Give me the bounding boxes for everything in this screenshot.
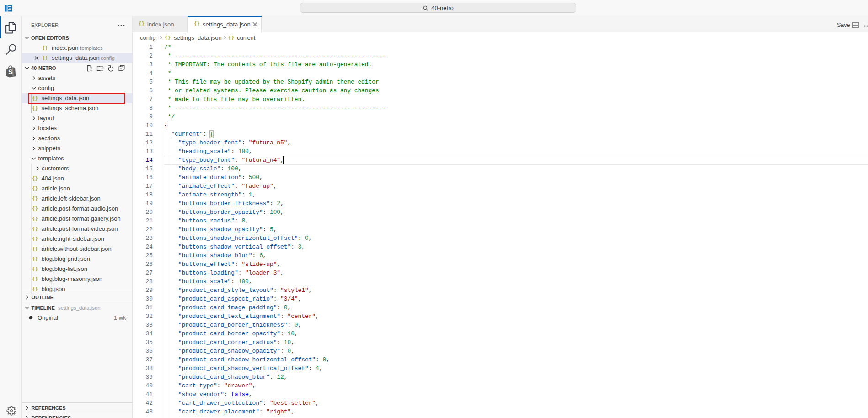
- svg-text:S: S: [8, 68, 13, 76]
